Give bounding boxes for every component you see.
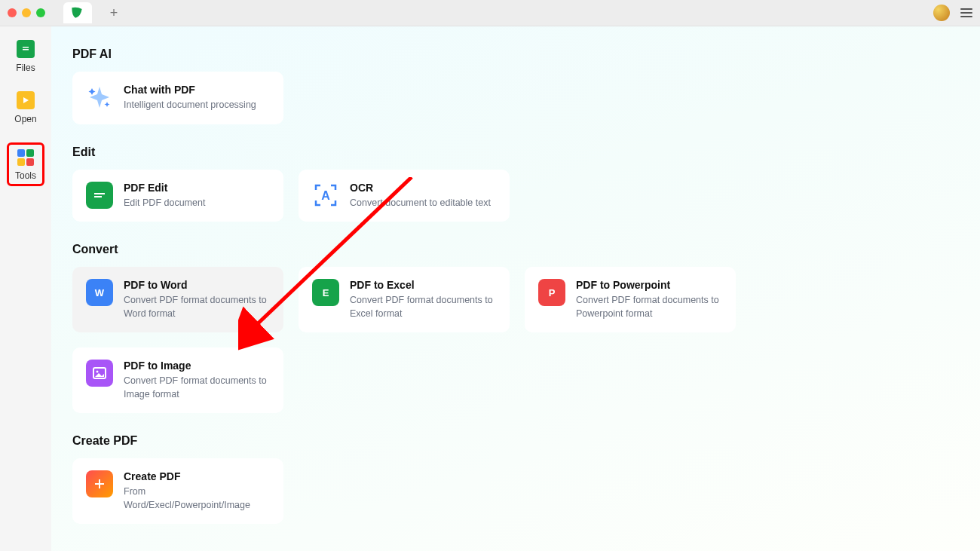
card-pdf-to-word[interactable]: W PDF to Word Convert PDF format documen… <box>72 267 283 332</box>
active-tab[interactable] <box>63 2 92 23</box>
svg-point-11 <box>96 371 99 373</box>
card-pdf-to-excel[interactable]: E PDF to Excel Convert PDF format docume… <box>299 267 510 332</box>
tools-icon <box>17 149 34 166</box>
card-title: OCR <box>350 182 491 194</box>
card-desc: Convert document to editable text <box>350 197 491 210</box>
create-pdf-icon <box>86 470 113 497</box>
section-heading: Convert <box>72 243 959 256</box>
sidebar-label: Files <box>16 63 35 73</box>
excel-icon: E <box>312 279 339 306</box>
sparkle-ai-icon <box>86 84 113 111</box>
card-desc: Convert PDF format documents to Powerpoi… <box>576 294 722 320</box>
section-heading: Edit <box>72 145 959 159</box>
close-window-button[interactable] <box>8 8 17 17</box>
section-create-pdf: Create PDF Create PDF From Word/Execl/Po… <box>72 434 959 524</box>
svg-text:A: A <box>321 189 330 202</box>
main-content: PDF AI Chat with PDF Intelligent documen… <box>51 26 980 551</box>
section-heading: PDF AI <box>72 47 959 61</box>
open-icon <box>17 91 35 109</box>
user-avatar[interactable] <box>933 5 950 21</box>
svg-rect-13 <box>95 483 104 485</box>
card-title: PDF Edit <box>124 182 205 194</box>
card-ocr[interactable]: A OCR Convert document to editable text <box>299 170 510 222</box>
card-desc: Edit PDF document <box>124 197 205 210</box>
card-pdf-to-image[interactable]: PDF to Image Convert PDF format document… <box>72 347 283 413</box>
svg-rect-7 <box>94 193 105 194</box>
pdf-edit-icon <box>86 182 113 209</box>
card-desc: Convert PDF format documents to Image fo… <box>124 375 270 401</box>
card-pdf-to-powerpoint[interactable]: P PDF to Powerpoint Convert PDF format d… <box>525 267 736 332</box>
ocr-icon: A <box>312 182 339 209</box>
minimize-window-button[interactable] <box>22 8 31 17</box>
app-logo-icon <box>69 5 84 20</box>
menu-button[interactable] <box>960 8 972 17</box>
sidebar-item-files[interactable]: Files <box>7 40 44 73</box>
card-title: Chat with PDF <box>124 84 256 96</box>
svg-marker-6 <box>105 102 110 107</box>
svg-rect-1 <box>23 47 29 48</box>
section-pdf-ai: PDF AI Chat with PDF Intelligent documen… <box>72 47 959 124</box>
svg-rect-8 <box>94 196 102 197</box>
card-desc: Convert PDF format documents to Word for… <box>124 294 270 320</box>
new-tab-button[interactable]: + <box>104 3 124 23</box>
powerpoint-icon: P <box>538 279 565 306</box>
sidebar-label: Tools <box>15 170 36 181</box>
card-title: PDF to Image <box>124 360 270 372</box>
svg-rect-2 <box>23 49 29 51</box>
card-desc: From Word/Execl/Powerpoint/Image <box>124 485 270 512</box>
card-chat-with-pdf[interactable]: Chat with PDF Intelligent document proce… <box>72 72 283 124</box>
svg-marker-5 <box>89 88 96 95</box>
files-icon <box>17 40 35 58</box>
card-create-pdf[interactable]: Create PDF From Word/Execl/Powerpoint/Im… <box>72 458 283 524</box>
card-title: PDF to Word <box>124 279 270 291</box>
svg-marker-3 <box>23 97 29 103</box>
section-edit: Edit PDF Edit Edit PDF document <box>72 145 959 222</box>
card-title: PDF to Excel <box>350 279 496 291</box>
card-desc: Convert PDF format documents to Excel fo… <box>350 294 496 320</box>
word-icon: W <box>86 279 113 306</box>
window-controls <box>8 8 45 17</box>
card-title: Create PDF <box>124 470 270 482</box>
section-convert: Convert W PDF to Word Convert PDF format… <box>72 243 959 413</box>
sidebar: Files Open Tools <box>0 26 51 551</box>
sidebar-label: Open <box>14 114 36 124</box>
card-title: PDF to Powerpoint <box>576 279 722 291</box>
card-pdf-edit[interactable]: PDF Edit Edit PDF document <box>72 170 283 222</box>
card-desc: Intelligent document processing <box>124 99 256 112</box>
section-heading: Create PDF <box>72 434 959 448</box>
titlebar: + <box>0 0 980 26</box>
image-icon <box>86 360 113 387</box>
sidebar-item-tools[interactable]: Tools <box>7 142 44 186</box>
sidebar-item-open[interactable]: Open <box>7 91 44 124</box>
maximize-window-button[interactable] <box>36 8 45 17</box>
